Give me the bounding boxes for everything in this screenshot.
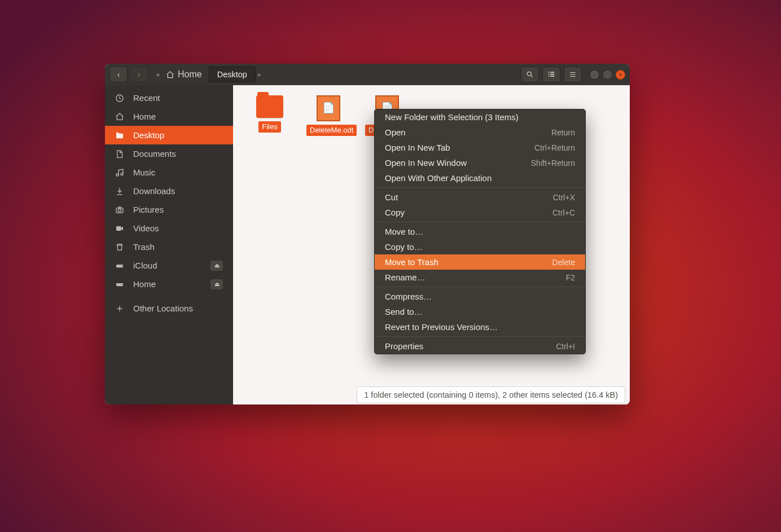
drive-icon [115, 261, 125, 270]
titlebar: ‹ › ◂ Home Desktop ▸ [105, 64, 630, 85]
menu-item-label: Open In New Tab [385, 143, 450, 152]
sidebar-item-music[interactable]: Music [105, 163, 233, 182]
menu-icon [569, 71, 577, 78]
sidebar-item-downloads[interactable]: Downloads [105, 182, 233, 200]
trash-icon [115, 243, 125, 252]
sidebar-item-videos[interactable]: Videos [105, 219, 233, 238]
breadcrumb-current-label: Desktop [217, 70, 247, 79]
sidebar-item-trash[interactable]: Trash [105, 238, 233, 256]
breadcrumb-current[interactable]: Desktop [209, 67, 256, 82]
chevron-right-icon: ▸ [256, 71, 264, 78]
menu-item-new-folder-with-selection-3-items[interactable]: New Folder with Selection (3 Items) [375, 109, 585, 125]
eject-button[interactable]: ⏏ [210, 279, 223, 289]
breadcrumb-home[interactable]: Home [161, 67, 207, 82]
eject-button[interactable]: ⏏ [210, 261, 223, 271]
sidebar-item-icloud[interactable]: iCloud⏏ [105, 256, 233, 275]
menu-item-send-to[interactable]: Send to… [375, 304, 585, 319]
camera-icon [115, 205, 125, 214]
menu-item-label: Open In New Window [385, 158, 467, 168]
svg-rect-7 [550, 76, 554, 77]
window-controls [590, 70, 625, 80]
sidebar-item-other-locations[interactable]: Other Locations [105, 299, 233, 318]
file-label: DeleteMe.odt [306, 125, 357, 136]
menu-item-shortcut: Ctrl+X [553, 193, 575, 202]
search-button[interactable] [521, 67, 539, 82]
svg-point-12 [116, 174, 119, 176]
svg-point-15 [118, 209, 121, 212]
menu-item-label: Open [385, 127, 406, 137]
status-text: 1 folder selected (containing 0 items), … [364, 390, 618, 399]
menu-item-label: Compress… [385, 292, 432, 301]
menu-separator [375, 287, 585, 287]
folder-icon [256, 95, 283, 118]
menu-separator [375, 336, 585, 337]
menu-item-label: New Folder with Selection (3 Items) [385, 112, 519, 122]
music-icon [115, 168, 125, 177]
minimize-button[interactable] [590, 70, 599, 80]
menu-item-shortcut: Return [551, 128, 575, 137]
svg-point-0 [527, 72, 531, 76]
menu-item-label: Open With Other Application [385, 173, 492, 183]
menu-item-label: Copy to… [385, 242, 423, 252]
menu-item-compress[interactable]: Compress… [375, 289, 585, 304]
status-bar: 1 folder selected (containing 0 items), … [357, 386, 625, 403]
menu-item-move-to-trash[interactable]: Move to TrashDelete [375, 254, 585, 270]
sidebar-item-pictures[interactable]: Pictures [105, 200, 233, 219]
menu-item-label: Move to Trash [385, 257, 438, 267]
file-item[interactable]: 📄DeleteMe.odt [306, 95, 350, 136]
sidebar-item-home[interactable]: Home⏏ [105, 275, 233, 293]
hamburger-menu-button[interactable] [564, 67, 582, 82]
menu-item-shortcut: Delete [552, 258, 575, 267]
menu-item-shortcut: Ctrl+C [552, 208, 575, 217]
view-toggle-button[interactable] [542, 67, 560, 82]
menu-item-revert-to-previous-versions[interactable]: Revert to Previous Versions… [375, 319, 585, 335]
menu-item-properties[interactable]: PropertiesCtrl+I [375, 338, 585, 354]
close-button[interactable] [616, 70, 625, 80]
menu-item-label: Properties [385, 341, 423, 351]
folder-icon [115, 131, 125, 140]
sidebar-item-label: Downloads [133, 186, 175, 196]
back-button[interactable]: ‹ [109, 67, 128, 82]
document-icon: 📄 [317, 95, 340, 121]
breadcrumb: ◂ Home Desktop ▸ [153, 67, 264, 82]
svg-rect-3 [549, 74, 550, 75]
menu-item-label: Rename… [385, 272, 425, 282]
menu-item-cut[interactable]: CutCtrl+X [375, 190, 585, 205]
plus-icon [115, 304, 125, 313]
svg-point-13 [121, 173, 123, 175]
sidebar-item-recent[interactable]: Recent [105, 89, 233, 107]
download-icon [115, 187, 125, 196]
menu-separator [375, 222, 585, 222]
document-icon [115, 150, 125, 159]
sidebar-item-home[interactable]: Home [105, 107, 233, 126]
sidebar-item-label: Trash [133, 242, 155, 252]
menu-item-label: Move to… [385, 227, 423, 236]
menu-item-shortcut: Ctrl+Return [534, 143, 575, 152]
sidebar-item-desktop[interactable]: Desktop [105, 126, 233, 144]
context-menu: New Folder with Selection (3 Items)OpenR… [374, 109, 586, 354]
sidebar-item-documents[interactable]: Documents [105, 144, 233, 163]
menu-item-open-in-new-tab[interactable]: Open In New TabCtrl+Return [375, 140, 585, 155]
sidebar-item-label: Videos [133, 223, 159, 233]
svg-rect-16 [116, 226, 121, 231]
svg-rect-5 [550, 72, 554, 73]
home-icon [166, 71, 174, 79]
svg-rect-4 [549, 76, 550, 77]
menu-item-open[interactable]: OpenReturn [375, 125, 585, 140]
menu-item-copy[interactable]: CopyCtrl+C [375, 205, 585, 220]
clock-icon [115, 94, 125, 103]
menu-item-open-with-other-application[interactable]: Open With Other Application [375, 170, 585, 186]
svg-rect-2 [549, 72, 550, 73]
sidebar-item-label: Desktop [133, 130, 164, 140]
menu-item-rename[interactable]: Rename…F2 [375, 270, 585, 285]
toolbar-right [521, 67, 582, 82]
menu-item-open-in-new-window[interactable]: Open In New WindowShift+Return [375, 155, 585, 170]
maximize-button[interactable] [603, 70, 612, 80]
file-item[interactable]: Files [248, 95, 292, 133]
forward-button[interactable]: › [130, 67, 148, 82]
drive-icon [115, 280, 125, 289]
chevron-right-icon: › [138, 70, 141, 79]
menu-item-copy-to[interactable]: Copy to… [375, 239, 585, 254]
menu-item-move-to[interactable]: Move to… [375, 224, 585, 239]
svg-point-20 [121, 284, 122, 285]
